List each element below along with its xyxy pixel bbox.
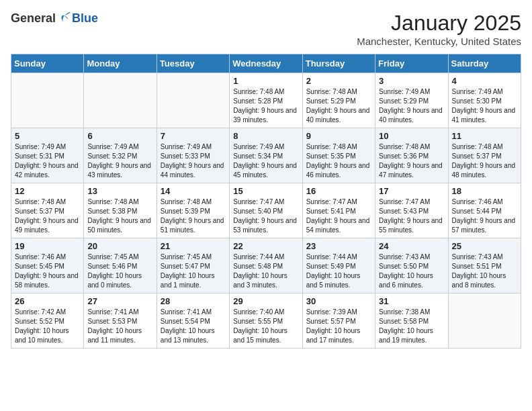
month-title: January 2025 xyxy=(357,11,521,36)
day-info: Sunrise: 7:49 AM Sunset: 5:32 PM Dayligh… xyxy=(87,142,152,180)
calendar-cell: 21Sunrise: 7:45 AM Sunset: 5:47 PM Dayli… xyxy=(157,238,229,293)
day-number: 29 xyxy=(233,296,298,306)
day-number: 20 xyxy=(87,241,152,251)
calendar-week-row: 19Sunrise: 7:46 AM Sunset: 5:45 PM Dayli… xyxy=(11,238,521,293)
calendar-cell: 22Sunrise: 7:44 AM Sunset: 5:48 PM Dayli… xyxy=(230,238,302,293)
day-info: Sunrise: 7:48 AM Sunset: 5:28 PM Dayligh… xyxy=(233,87,298,125)
calendar-cell: 2Sunrise: 7:48 AM Sunset: 5:29 PM Daylig… xyxy=(302,73,375,128)
day-number: 11 xyxy=(452,131,517,141)
day-info: Sunrise: 7:41 AM Sunset: 5:54 PM Dayligh… xyxy=(161,308,226,345)
calendar-cell xyxy=(448,293,521,349)
logo-bird-icon xyxy=(57,11,72,26)
day-info: Sunrise: 7:48 AM Sunset: 5:39 PM Dayligh… xyxy=(161,197,226,235)
calendar-cell: 29Sunrise: 7:40 AM Sunset: 5:55 PM Dayli… xyxy=(230,293,302,349)
day-info: Sunrise: 7:41 AM Sunset: 5:53 PM Dayligh… xyxy=(87,308,152,345)
calendar-cell: 25Sunrise: 7:43 AM Sunset: 5:51 PM Dayli… xyxy=(448,238,521,293)
location-subtitle: Manchester, Kentucky, United States xyxy=(357,36,521,47)
logo-general-text: General xyxy=(11,11,56,26)
day-number: 2 xyxy=(306,76,371,86)
calendar-cell: 9Sunrise: 7:48 AM Sunset: 5:35 PM Daylig… xyxy=(302,128,375,183)
day-info: Sunrise: 7:48 AM Sunset: 5:38 PM Dayligh… xyxy=(87,197,152,235)
day-number: 13 xyxy=(87,186,152,196)
calendar-cell: 26Sunrise: 7:42 AM Sunset: 5:52 PM Dayli… xyxy=(11,293,84,349)
calendar-cell: 18Sunrise: 7:46 AM Sunset: 5:44 PM Dayli… xyxy=(448,183,521,238)
day-info: Sunrise: 7:49 AM Sunset: 5:33 PM Dayligh… xyxy=(161,142,226,180)
calendar-cell: 23Sunrise: 7:44 AM Sunset: 5:49 PM Dayli… xyxy=(302,238,375,293)
day-info: Sunrise: 7:38 AM Sunset: 5:58 PM Dayligh… xyxy=(379,308,444,345)
day-number: 23 xyxy=(306,241,371,251)
day-number: 14 xyxy=(161,186,226,196)
calendar-cell xyxy=(157,73,229,128)
day-number: 9 xyxy=(306,131,371,141)
day-info: Sunrise: 7:49 AM Sunset: 5:29 PM Dayligh… xyxy=(379,87,444,125)
calendar-week-row: 5Sunrise: 7:49 AM Sunset: 5:31 PM Daylig… xyxy=(11,128,521,183)
day-info: Sunrise: 7:47 AM Sunset: 5:40 PM Dayligh… xyxy=(233,197,298,235)
calendar-cell: 11Sunrise: 7:48 AM Sunset: 5:37 PM Dayli… xyxy=(448,128,521,183)
calendar-table: SundayMondayTuesdayWednesdayThursdayFrid… xyxy=(11,54,521,349)
day-number: 30 xyxy=(306,296,371,306)
calendar-cell: 12Sunrise: 7:48 AM Sunset: 5:37 PM Dayli… xyxy=(11,183,84,238)
day-number: 26 xyxy=(15,296,80,306)
title-block: January 2025 Manchester, Kentucky, Unite… xyxy=(357,11,521,47)
page-header: General Blue January 2025 Manchester, Ke… xyxy=(11,11,521,47)
day-number: 8 xyxy=(233,131,298,141)
day-info: Sunrise: 7:40 AM Sunset: 5:55 PM Dayligh… xyxy=(233,308,298,345)
weekday-header: Saturday xyxy=(448,54,521,73)
calendar-cell: 31Sunrise: 7:38 AM Sunset: 5:58 PM Dayli… xyxy=(375,293,448,349)
calendar-cell: 16Sunrise: 7:47 AM Sunset: 5:41 PM Dayli… xyxy=(302,183,375,238)
day-info: Sunrise: 7:47 AM Sunset: 5:43 PM Dayligh… xyxy=(379,197,444,235)
day-number: 17 xyxy=(379,186,444,196)
day-number: 27 xyxy=(87,296,152,306)
calendar-cell: 30Sunrise: 7:39 AM Sunset: 5:57 PM Dayli… xyxy=(302,293,375,349)
calendar-cell: 5Sunrise: 7:49 AM Sunset: 5:31 PM Daylig… xyxy=(11,128,84,183)
day-number: 12 xyxy=(15,186,80,196)
day-number: 7 xyxy=(161,131,226,141)
calendar-cell xyxy=(84,73,157,128)
calendar-cell: 17Sunrise: 7:47 AM Sunset: 5:43 PM Dayli… xyxy=(375,183,448,238)
day-number: 22 xyxy=(233,241,298,251)
calendar-cell: 24Sunrise: 7:43 AM Sunset: 5:50 PM Dayli… xyxy=(375,238,448,293)
calendar-cell: 28Sunrise: 7:41 AM Sunset: 5:54 PM Dayli… xyxy=(157,293,229,349)
day-info: Sunrise: 7:45 AM Sunset: 5:47 PM Dayligh… xyxy=(161,253,226,290)
day-number: 6 xyxy=(87,131,152,141)
logo-blue-text: Blue xyxy=(72,11,98,26)
weekday-header: Friday xyxy=(375,54,448,73)
calendar-cell: 7Sunrise: 7:49 AM Sunset: 5:33 PM Daylig… xyxy=(157,128,229,183)
day-info: Sunrise: 7:43 AM Sunset: 5:50 PM Dayligh… xyxy=(379,253,444,290)
day-number: 4 xyxy=(452,76,517,86)
day-info: Sunrise: 7:44 AM Sunset: 5:48 PM Dayligh… xyxy=(233,253,298,290)
day-info: Sunrise: 7:49 AM Sunset: 5:34 PM Dayligh… xyxy=(233,142,298,180)
calendar-cell: 3Sunrise: 7:49 AM Sunset: 5:29 PM Daylig… xyxy=(375,73,448,128)
day-info: Sunrise: 7:48 AM Sunset: 5:37 PM Dayligh… xyxy=(452,142,517,180)
day-number: 21 xyxy=(161,241,226,251)
calendar-cell: 19Sunrise: 7:46 AM Sunset: 5:45 PM Dayli… xyxy=(11,238,84,293)
day-info: Sunrise: 7:42 AM Sunset: 5:52 PM Dayligh… xyxy=(15,308,80,345)
day-info: Sunrise: 7:49 AM Sunset: 5:31 PM Dayligh… xyxy=(15,142,80,180)
calendar-cell xyxy=(11,73,84,128)
calendar-cell: 20Sunrise: 7:45 AM Sunset: 5:46 PM Dayli… xyxy=(84,238,157,293)
day-number: 10 xyxy=(379,131,444,141)
day-info: Sunrise: 7:47 AM Sunset: 5:41 PM Dayligh… xyxy=(306,197,371,235)
calendar-week-row: 26Sunrise: 7:42 AM Sunset: 5:52 PM Dayli… xyxy=(11,293,521,349)
calendar-week-row: 1Sunrise: 7:48 AM Sunset: 5:28 PM Daylig… xyxy=(11,73,521,128)
day-info: Sunrise: 7:48 AM Sunset: 5:36 PM Dayligh… xyxy=(379,142,444,180)
calendar-cell: 4Sunrise: 7:49 AM Sunset: 5:30 PM Daylig… xyxy=(448,73,521,128)
day-number: 28 xyxy=(161,296,226,306)
weekday-header: Monday xyxy=(84,54,157,73)
calendar-cell: 6Sunrise: 7:49 AM Sunset: 5:32 PM Daylig… xyxy=(84,128,157,183)
calendar-cell: 8Sunrise: 7:49 AM Sunset: 5:34 PM Daylig… xyxy=(230,128,302,183)
weekday-header: Wednesday xyxy=(230,54,302,73)
calendar-cell: 10Sunrise: 7:48 AM Sunset: 5:36 PM Dayli… xyxy=(375,128,448,183)
day-info: Sunrise: 7:49 AM Sunset: 5:30 PM Dayligh… xyxy=(452,87,517,125)
calendar-cell: 13Sunrise: 7:48 AM Sunset: 5:38 PM Dayli… xyxy=(84,183,157,238)
day-number: 16 xyxy=(306,186,371,196)
day-info: Sunrise: 7:46 AM Sunset: 5:44 PM Dayligh… xyxy=(452,197,517,235)
day-number: 3 xyxy=(379,76,444,86)
day-number: 18 xyxy=(452,186,517,196)
calendar-cell: 15Sunrise: 7:47 AM Sunset: 5:40 PM Dayli… xyxy=(230,183,302,238)
calendar-week-row: 12Sunrise: 7:48 AM Sunset: 5:37 PM Dayli… xyxy=(11,183,521,238)
calendar-cell: 14Sunrise: 7:48 AM Sunset: 5:39 PM Dayli… xyxy=(157,183,229,238)
day-number: 15 xyxy=(233,186,298,196)
day-info: Sunrise: 7:45 AM Sunset: 5:46 PM Dayligh… xyxy=(87,253,152,290)
day-info: Sunrise: 7:48 AM Sunset: 5:29 PM Dayligh… xyxy=(306,87,371,125)
